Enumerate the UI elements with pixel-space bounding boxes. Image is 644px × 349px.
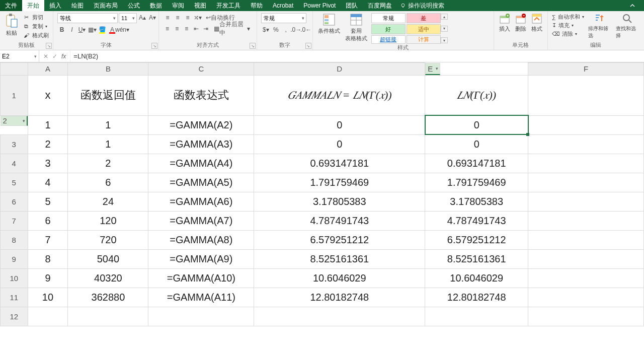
tab-review[interactable]: 审阅: [167, 0, 189, 11]
cell-C11[interactable]: =GAMMA(A11): [148, 288, 254, 307]
cell-C4[interactable]: =GAMMA(A4): [148, 154, 254, 173]
cell-A11[interactable]: 10: [28, 288, 68, 307]
cell-E4[interactable]: 0.693147181: [425, 154, 528, 173]
cell-E9[interactable]: 8.525161361: [425, 249, 528, 268]
underline-button[interactable]: U▾: [77, 25, 87, 34]
tab-baidu-netdisk[interactable]: 百度网盘: [363, 0, 397, 11]
copy-button[interactable]: ⧉复制▾: [22, 22, 49, 30]
cell-A3[interactable]: 2: [28, 134, 68, 154]
col-header-C[interactable]: C: [148, 63, 254, 76]
cut-button[interactable]: ✂剪切: [22, 13, 49, 21]
find-select-button[interactable]: 查找和选择: [615, 13, 640, 39]
row-header-10[interactable]: 10: [1, 268, 28, 288]
currency-button[interactable]: $▾: [261, 25, 270, 34]
cell-F12[interactable]: [528, 307, 644, 326]
cell-B3[interactable]: 1: [68, 134, 148, 154]
cell-E10[interactable]: 10.6046029: [425, 268, 528, 288]
worksheet-grid[interactable]: A B C D E F 1x函数返回值函数表达式𝐺𝐴𝑀𝑀𝐴𝐿𝑁 = 𝐿𝑁(Γ(𝑥…: [0, 62, 644, 349]
tab-powerpivot[interactable]: Power Pivot: [298, 0, 341, 11]
cell-B8[interactable]: 720: [68, 230, 148, 249]
clipboard-dialog-launcher[interactable]: ↘: [46, 43, 52, 49]
increase-font-button[interactable]: A▴: [138, 13, 147, 22]
fx-button[interactable]: fx: [61, 53, 66, 60]
col-header-A[interactable]: A: [28, 63, 68, 76]
border-button[interactable]: ▦▾: [88, 25, 97, 34]
row-header-5[interactable]: 5: [1, 173, 28, 192]
cell-A8[interactable]: 7: [28, 230, 68, 249]
format-cells-button[interactable]: 格式: [530, 13, 543, 33]
number-dialog-launcher[interactable]: ↘: [305, 43, 311, 49]
cell-F4[interactable]: [528, 154, 644, 173]
tab-file[interactable]: 文件: [0, 0, 22, 11]
cell-C10[interactable]: =GAMMA(A10): [148, 268, 254, 288]
cell-D8[interactable]: 6.579251212: [254, 230, 425, 249]
cell-C1[interactable]: 函数表达式: [148, 75, 254, 115]
cell-B4[interactable]: 2: [68, 154, 148, 173]
cell-A5[interactable]: 4: [28, 173, 68, 192]
tab-team[interactable]: 团队: [341, 0, 363, 11]
styles-scroll[interactable]: ▴▾▾: [441, 13, 448, 44]
indent-decrease-button[interactable]: ⇤: [192, 24, 200, 33]
cell-D9[interactable]: 8.525161361: [254, 249, 425, 268]
cell-D11[interactable]: 12.80182748: [254, 288, 425, 307]
cell-B6[interactable]: 24: [68, 192, 148, 211]
cell-B2[interactable]: 1: [68, 115, 148, 134]
cell-A1[interactable]: x: [28, 75, 68, 115]
clear-button[interactable]: ⌫清除▾: [552, 30, 584, 38]
cell-A7[interactable]: 6: [28, 211, 68, 230]
tab-insert[interactable]: 插入: [44, 0, 66, 11]
align-right-button[interactable]: ≡: [182, 24, 191, 33]
cell-B12[interactable]: [68, 307, 148, 326]
col-header-B[interactable]: B: [68, 63, 148, 76]
tab-page-layout[interactable]: 页面布局: [89, 0, 123, 11]
cell-B1[interactable]: 函数返回值: [68, 75, 148, 115]
insert-cells-button[interactable]: 插入: [498, 13, 511, 33]
row-header-4[interactable]: 4: [1, 154, 28, 173]
cell-F3[interactable]: [528, 134, 644, 154]
number-format-select[interactable]: 常规: [261, 13, 306, 23]
cell-B7[interactable]: 120: [68, 211, 148, 230]
italic-button[interactable]: I: [67, 25, 76, 34]
cell-E3[interactable]: 0: [425, 134, 528, 154]
percent-button[interactable]: %: [271, 25, 280, 34]
align-bottom-button[interactable]: ≡: [183, 13, 192, 22]
cell-C5[interactable]: =GAMMA(A5): [148, 173, 254, 192]
cell-C12[interactable]: [148, 307, 254, 326]
bold-button[interactable]: B: [57, 25, 66, 34]
cell-A12[interactable]: [28, 307, 68, 326]
cell-B5[interactable]: 6: [68, 173, 148, 192]
font-name-select[interactable]: 等线: [57, 13, 118, 23]
fill-color-button[interactable]: 🪣: [98, 25, 107, 34]
tab-formulas[interactable]: 公式: [123, 0, 145, 11]
row-header-7[interactable]: 7: [1, 211, 28, 230]
cell-D1[interactable]: 𝐺𝐴𝑀𝑀𝐴𝐿𝑁 = 𝐿𝑁(Γ(𝑥)): [254, 75, 425, 115]
row-header-1[interactable]: 1: [1, 75, 28, 115]
font-color-button[interactable]: A: [108, 25, 117, 34]
style-good[interactable]: 好: [371, 24, 406, 34]
row-header-12[interactable]: 12: [1, 307, 28, 326]
align-left-button[interactable]: ≡: [163, 24, 172, 33]
row-header-2[interactable]: 2: [1, 116, 28, 126]
cell-B9[interactable]: 5040: [68, 249, 148, 268]
cell-F9[interactable]: [528, 249, 644, 268]
cell-A10[interactable]: 9: [28, 268, 68, 288]
row-header-3[interactable]: 3: [1, 134, 28, 154]
cancel-formula-button[interactable]: ✕: [43, 53, 48, 60]
row-header-6[interactable]: 6: [1, 192, 28, 211]
decrease-font-button[interactable]: A▾: [148, 13, 157, 22]
cell-D3[interactable]: 0: [254, 134, 425, 154]
tab-data[interactable]: 数据: [145, 0, 167, 11]
tab-draw[interactable]: 绘图: [66, 0, 89, 11]
tab-help[interactable]: 帮助: [246, 0, 268, 11]
cell-E5[interactable]: 1.791759469: [425, 173, 528, 192]
tab-acrobat[interactable]: Acrobat: [268, 0, 298, 11]
tab-view[interactable]: 视图: [189, 0, 211, 11]
cell-styles-gallery[interactable]: 常规 差 好 适中 超链接 计算: [371, 13, 441, 44]
cell-D10[interactable]: 10.6046029: [254, 268, 425, 288]
style-bad[interactable]: 差: [407, 13, 441, 23]
cell-D7[interactable]: 4.787491743: [254, 211, 425, 230]
align-middle-button[interactable]: ≡: [173, 13, 182, 22]
col-header-D[interactable]: D: [254, 63, 425, 76]
paste-button[interactable]: 粘贴: [4, 13, 19, 37]
font-dialog-launcher[interactable]: ↘: [151, 43, 157, 49]
